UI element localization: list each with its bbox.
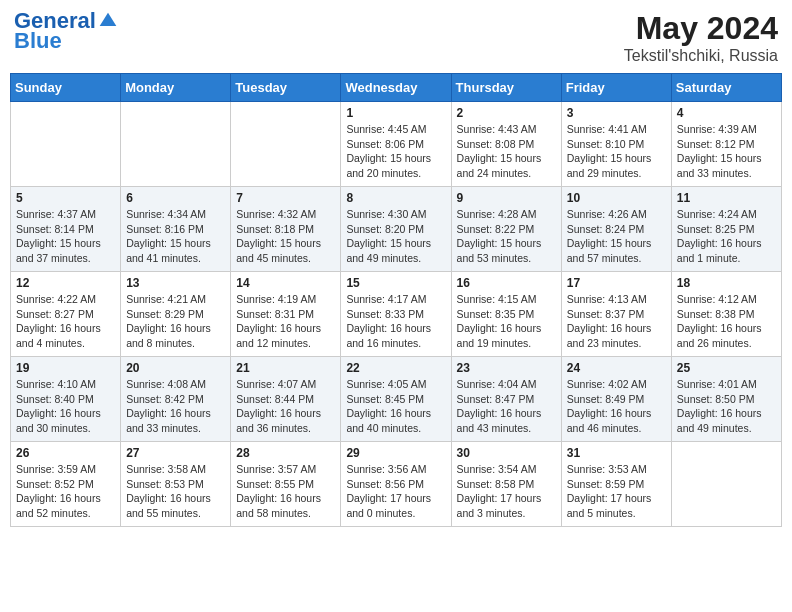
logo-icon: [98, 11, 118, 31]
calendar-cell: [121, 102, 231, 187]
day-info: Sunrise: 3:57 AMSunset: 8:55 PMDaylight:…: [236, 462, 335, 521]
day-info: Sunrise: 3:54 AMSunset: 8:58 PMDaylight:…: [457, 462, 556, 521]
day-info: Sunrise: 4:34 AMSunset: 8:16 PMDaylight:…: [126, 207, 225, 266]
calendar-cell: [671, 442, 781, 527]
calendar-cell: 27Sunrise: 3:58 AMSunset: 8:53 PMDayligh…: [121, 442, 231, 527]
calendar-cell: 31Sunrise: 3:53 AMSunset: 8:59 PMDayligh…: [561, 442, 671, 527]
calendar-cell: 16Sunrise: 4:15 AMSunset: 8:35 PMDayligh…: [451, 272, 561, 357]
calendar-cell: 14Sunrise: 4:19 AMSunset: 8:31 PMDayligh…: [231, 272, 341, 357]
day-info: Sunrise: 4:37 AMSunset: 8:14 PMDaylight:…: [16, 207, 115, 266]
col-header-thursday: Thursday: [451, 74, 561, 102]
day-number: 28: [236, 446, 335, 460]
day-number: 31: [567, 446, 666, 460]
page-header: General Blue May 2024 Tekstil'shchiki, R…: [10, 10, 782, 65]
day-info: Sunrise: 4:17 AMSunset: 8:33 PMDaylight:…: [346, 292, 445, 351]
calendar-cell: 7Sunrise: 4:32 AMSunset: 8:18 PMDaylight…: [231, 187, 341, 272]
calendar-week-row: 26Sunrise: 3:59 AMSunset: 8:52 PMDayligh…: [11, 442, 782, 527]
day-info: Sunrise: 4:22 AMSunset: 8:27 PMDaylight:…: [16, 292, 115, 351]
day-info: Sunrise: 4:01 AMSunset: 8:50 PMDaylight:…: [677, 377, 776, 436]
day-info: Sunrise: 4:41 AMSunset: 8:10 PMDaylight:…: [567, 122, 666, 181]
col-header-saturday: Saturday: [671, 74, 781, 102]
col-header-sunday: Sunday: [11, 74, 121, 102]
day-info: Sunrise: 3:58 AMSunset: 8:53 PMDaylight:…: [126, 462, 225, 521]
calendar-cell: [11, 102, 121, 187]
day-info: Sunrise: 4:08 AMSunset: 8:42 PMDaylight:…: [126, 377, 225, 436]
day-info: Sunrise: 4:19 AMSunset: 8:31 PMDaylight:…: [236, 292, 335, 351]
calendar-cell: 5Sunrise: 4:37 AMSunset: 8:14 PMDaylight…: [11, 187, 121, 272]
calendar-cell: 25Sunrise: 4:01 AMSunset: 8:50 PMDayligh…: [671, 357, 781, 442]
calendar-cell: 13Sunrise: 4:21 AMSunset: 8:29 PMDayligh…: [121, 272, 231, 357]
day-info: Sunrise: 3:56 AMSunset: 8:56 PMDaylight:…: [346, 462, 445, 521]
day-info: Sunrise: 4:07 AMSunset: 8:44 PMDaylight:…: [236, 377, 335, 436]
col-header-wednesday: Wednesday: [341, 74, 451, 102]
day-number: 3: [567, 106, 666, 120]
day-info: Sunrise: 4:39 AMSunset: 8:12 PMDaylight:…: [677, 122, 776, 181]
day-info: Sunrise: 4:13 AMSunset: 8:37 PMDaylight:…: [567, 292, 666, 351]
day-info: Sunrise: 4:45 AMSunset: 8:06 PMDaylight:…: [346, 122, 445, 181]
calendar-cell: 1Sunrise: 4:45 AMSunset: 8:06 PMDaylight…: [341, 102, 451, 187]
day-number: 24: [567, 361, 666, 375]
day-info: Sunrise: 4:26 AMSunset: 8:24 PMDaylight:…: [567, 207, 666, 266]
day-number: 2: [457, 106, 556, 120]
day-info: Sunrise: 4:43 AMSunset: 8:08 PMDaylight:…: [457, 122, 556, 181]
col-header-friday: Friday: [561, 74, 671, 102]
col-header-tuesday: Tuesday: [231, 74, 341, 102]
calendar-cell: 22Sunrise: 4:05 AMSunset: 8:45 PMDayligh…: [341, 357, 451, 442]
calendar-cell: 15Sunrise: 4:17 AMSunset: 8:33 PMDayligh…: [341, 272, 451, 357]
calendar-cell: 19Sunrise: 4:10 AMSunset: 8:40 PMDayligh…: [11, 357, 121, 442]
day-number: 9: [457, 191, 556, 205]
calendar-cell: 4Sunrise: 4:39 AMSunset: 8:12 PMDaylight…: [671, 102, 781, 187]
calendar-cell: 18Sunrise: 4:12 AMSunset: 8:38 PMDayligh…: [671, 272, 781, 357]
calendar-cell: 17Sunrise: 4:13 AMSunset: 8:37 PMDayligh…: [561, 272, 671, 357]
calendar-cell: 26Sunrise: 3:59 AMSunset: 8:52 PMDayligh…: [11, 442, 121, 527]
day-info: Sunrise: 4:04 AMSunset: 8:47 PMDaylight:…: [457, 377, 556, 436]
day-number: 5: [16, 191, 115, 205]
day-number: 1: [346, 106, 445, 120]
day-number: 20: [126, 361, 225, 375]
day-number: 26: [16, 446, 115, 460]
day-number: 7: [236, 191, 335, 205]
day-info: Sunrise: 4:02 AMSunset: 8:49 PMDaylight:…: [567, 377, 666, 436]
day-info: Sunrise: 3:53 AMSunset: 8:59 PMDaylight:…: [567, 462, 666, 521]
day-info: Sunrise: 3:59 AMSunset: 8:52 PMDaylight:…: [16, 462, 115, 521]
calendar-cell: 11Sunrise: 4:24 AMSunset: 8:25 PMDayligh…: [671, 187, 781, 272]
calendar-cell: 6Sunrise: 4:34 AMSunset: 8:16 PMDaylight…: [121, 187, 231, 272]
day-number: 13: [126, 276, 225, 290]
col-header-monday: Monday: [121, 74, 231, 102]
calendar-table: SundayMondayTuesdayWednesdayThursdayFrid…: [10, 73, 782, 527]
day-number: 25: [677, 361, 776, 375]
day-number: 18: [677, 276, 776, 290]
calendar-cell: 9Sunrise: 4:28 AMSunset: 8:22 PMDaylight…: [451, 187, 561, 272]
day-number: 17: [567, 276, 666, 290]
svg-marker-0: [100, 13, 117, 26]
day-number: 19: [16, 361, 115, 375]
day-info: Sunrise: 4:24 AMSunset: 8:25 PMDaylight:…: [677, 207, 776, 266]
calendar-cell: 12Sunrise: 4:22 AMSunset: 8:27 PMDayligh…: [11, 272, 121, 357]
day-number: 22: [346, 361, 445, 375]
day-number: 15: [346, 276, 445, 290]
day-number: 11: [677, 191, 776, 205]
calendar-cell: 29Sunrise: 3:56 AMSunset: 8:56 PMDayligh…: [341, 442, 451, 527]
day-number: 14: [236, 276, 335, 290]
day-number: 21: [236, 361, 335, 375]
calendar-cell: 2Sunrise: 4:43 AMSunset: 8:08 PMDaylight…: [451, 102, 561, 187]
calendar-header-row: SundayMondayTuesdayWednesdayThursdayFrid…: [11, 74, 782, 102]
calendar-week-row: 1Sunrise: 4:45 AMSunset: 8:06 PMDaylight…: [11, 102, 782, 187]
calendar-week-row: 19Sunrise: 4:10 AMSunset: 8:40 PMDayligh…: [11, 357, 782, 442]
location-title: Tekstil'shchiki, Russia: [624, 47, 778, 65]
calendar-cell: 20Sunrise: 4:08 AMSunset: 8:42 PMDayligh…: [121, 357, 231, 442]
day-number: 10: [567, 191, 666, 205]
day-info: Sunrise: 4:30 AMSunset: 8:20 PMDaylight:…: [346, 207, 445, 266]
day-number: 4: [677, 106, 776, 120]
day-info: Sunrise: 4:28 AMSunset: 8:22 PMDaylight:…: [457, 207, 556, 266]
calendar-week-row: 12Sunrise: 4:22 AMSunset: 8:27 PMDayligh…: [11, 272, 782, 357]
day-info: Sunrise: 4:05 AMSunset: 8:45 PMDaylight:…: [346, 377, 445, 436]
day-info: Sunrise: 4:21 AMSunset: 8:29 PMDaylight:…: [126, 292, 225, 351]
calendar-cell: 28Sunrise: 3:57 AMSunset: 8:55 PMDayligh…: [231, 442, 341, 527]
day-info: Sunrise: 4:12 AMSunset: 8:38 PMDaylight:…: [677, 292, 776, 351]
day-number: 16: [457, 276, 556, 290]
day-number: 12: [16, 276, 115, 290]
day-number: 23: [457, 361, 556, 375]
title-block: May 2024 Tekstil'shchiki, Russia: [624, 10, 778, 65]
calendar-week-row: 5Sunrise: 4:37 AMSunset: 8:14 PMDaylight…: [11, 187, 782, 272]
